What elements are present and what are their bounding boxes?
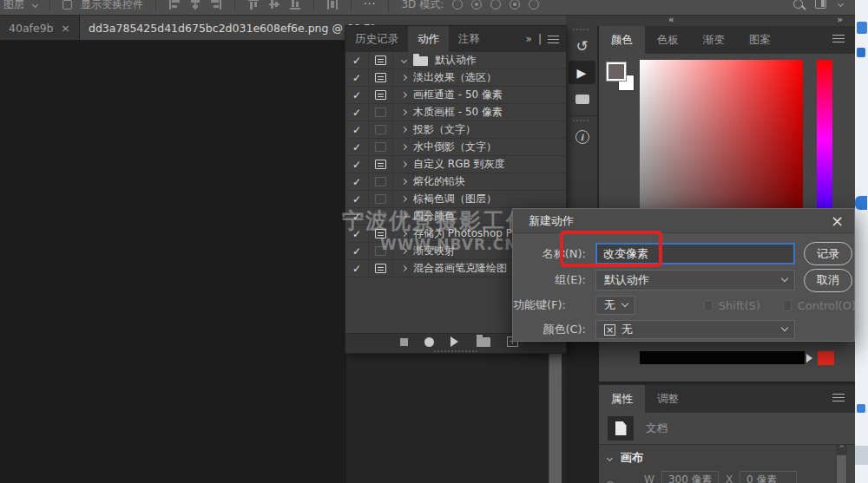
workspace-icon[interactable] [815,0,826,9]
expand-chevron-icon[interactable] [401,92,407,98]
3d-roll-icon[interactable] [471,0,482,10]
dialog-toggle-cell[interactable] [369,52,393,69]
action-row[interactable]: ✓ 投影（文字） [345,121,566,139]
dialog-toggle-cell[interactable] [369,156,393,173]
action-row[interactable]: ✓ 默认动作 [345,52,566,69]
dialog-toggle-cell[interactable] [369,243,393,259]
action-row-content[interactable]: 自定义 RGB 到灰度 [393,156,566,173]
scrollbar-track[interactable] [549,353,562,483]
close-icon[interactable]: × [61,22,70,35]
collapse-chevron-icon[interactable] [401,57,407,63]
3d-rotate-icon[interactable] [452,0,463,10]
new-set-folder-icon[interactable] [477,337,490,347]
color-dropdown[interactable]: × 无 [595,320,795,339]
align-middle-icon[interactable] [268,0,280,10]
expand-chevron-icon[interactable] [401,179,407,185]
chevron-down-icon[interactable] [838,0,844,6]
gripper[interactable] [573,29,590,30]
dialog-toggle-cell[interactable] [369,191,393,207]
tab-notes[interactable]: 注释 [449,26,490,52]
scrollbar-thumb[interactable] [837,455,846,483]
tab-properties[interactable]: 属性 [599,385,645,413]
action-row-content[interactable]: 棕褐色调（图层） [393,191,566,207]
tab-adjustments[interactable]: 调整 [645,385,691,413]
include-checkmark-icon[interactable]: ✓ [345,208,369,225]
dialog-toggle-cell[interactable] [369,173,393,190]
action-row[interactable]: ✓ 熔化的铅块 [345,173,566,191]
play-icon[interactable] [450,336,464,347]
expand-icon[interactable]: » [526,33,532,45]
info-panel-icon[interactable]: i [566,124,598,150]
action-row[interactable]: ✓ 木质画框 - 50 像素 [345,104,566,121]
align-left-icon[interactable] [168,0,181,10]
set-dropdown[interactable]: 默认动作 [595,270,795,290]
dialog-toggle-cell[interactable] [369,121,393,138]
action-row-content[interactable]: 画框通道 - 50 像素 [393,87,566,103]
include-checkmark-icon[interactable]: ✓ [345,260,369,277]
gripper[interactable] [573,120,590,121]
scroll-up-icon[interactable]: ^ [836,445,847,454]
control-checkbox[interactable] [783,300,792,311]
include-checkmark-icon[interactable]: ✓ [345,69,369,86]
3d-slide-icon[interactable] [510,0,520,10]
include-checkmark-icon[interactable]: ✓ [345,104,369,121]
3d-scale-icon[interactable] [529,0,539,10]
dialog-toggle-cell[interactable] [369,225,393,242]
panel-menu-icon[interactable] [832,38,845,39]
include-checkmark-icon[interactable]: ✓ [345,87,369,103]
expand-chevron-icon[interactable] [401,265,407,271]
3d-drag-icon[interactable] [490,0,501,10]
dialog-toggle-cell[interactable] [369,260,393,277]
auto-select-layer-dropdown[interactable]: 图层 [3,0,24,12]
expand-chevron-icon[interactable] [401,248,407,254]
close-icon[interactable]: × [831,213,844,229]
stop-icon[interactable] [400,338,408,346]
dialog-toggle-cell[interactable] [369,208,393,225]
color-ramp[interactable] [640,351,805,364]
include-checkmark-icon[interactable]: ✓ [345,52,369,69]
align-right-icon[interactable] [210,0,222,10]
action-row-content[interactable]: 默认动作 [393,52,566,69]
include-checkmark-icon[interactable]: ✓ [345,191,369,207]
panel-resize-gripper[interactable] [345,349,566,353]
record-icon[interactable] [424,337,434,347]
include-checkmark-icon[interactable]: ✓ [345,156,369,173]
actions-panel-icon[interactable]: ▶ [569,61,595,84]
action-row-content[interactable]: 淡出效果（选区） [393,69,566,86]
function-key-dropdown[interactable]: 无 [595,296,635,315]
include-checkmark-icon[interactable]: ✓ [345,173,369,190]
shift-checkbox[interactable] [704,300,713,311]
document-tab-inactive[interactable]: 40afe9bf.png × [0,16,80,40]
dialog-toggle-cell[interactable] [369,87,393,103]
action-row-content[interactable]: 投影（文字） [393,121,566,138]
panel-menu-icon[interactable] [548,39,559,40]
dialog-toggle-cell[interactable] [369,69,393,86]
x-field[interactable]: 0 像素 [740,471,797,483]
dialog-title-bar[interactable]: 新建动作 × [513,209,854,233]
chevron-down-icon[interactable] [607,454,613,460]
search-icon[interactable] [793,0,803,9]
expand-chevron-icon[interactable] [401,127,407,133]
include-checkmark-icon[interactable]: ✓ [345,243,369,259]
action-row[interactable]: ✓ 水中倒影（文字） [345,139,566,156]
tab-gradients[interactable]: 渐变 [691,26,737,54]
tab-history[interactable]: 历史记录 [345,26,408,52]
expand-chevron-icon[interactable] [401,109,407,115]
cancel-button[interactable]: 取消 [804,269,852,292]
show-transform-checkbox[interactable] [62,0,72,10]
include-checkmark-icon[interactable]: ✓ [345,225,369,242]
dialog-toggle-cell[interactable] [369,104,393,121]
expand-chevron-icon[interactable] [401,144,407,150]
notes-panel-icon[interactable] [566,86,598,112]
tab-patterns[interactable]: 图案 [737,26,783,54]
properties-scrollbar[interactable]: ^ [836,445,847,483]
ramp-pointer-icon[interactable] [806,354,817,362]
tab-swatches[interactable]: 色板 [645,26,691,54]
expand-chevron-icon[interactable] [401,231,407,237]
current-color-swatch[interactable] [818,351,834,365]
more-options-button[interactable]: ··· [364,0,376,10]
tab-color[interactable]: 颜色 [599,26,645,54]
expand-chevron-icon[interactable] [401,213,407,219]
align-center-icon[interactable] [189,0,201,10]
action-row-content[interactable]: 木质画框 - 50 像素 [393,104,566,121]
